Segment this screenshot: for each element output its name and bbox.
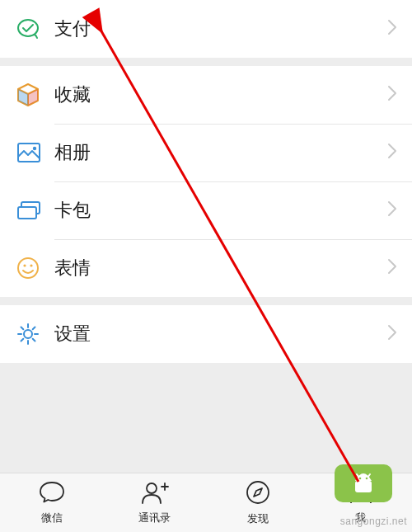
svg-rect-4	[18, 207, 36, 219]
compass-icon	[245, 479, 271, 509]
tab-label: 发现	[247, 511, 269, 526]
item-album[interactable]: 相册	[0, 124, 412, 181]
tab-chats[interactable]: 微信	[0, 473, 103, 532]
gear-icon	[16, 322, 54, 346]
item-label: 相册	[54, 140, 91, 165]
section-settings: 设置	[0, 305, 412, 363]
item-settings[interactable]: 设置	[0, 305, 412, 363]
item-cards[interactable]: 卡包	[0, 181, 412, 239]
item-label: 表情	[54, 256, 91, 280]
tab-label: 微信	[41, 511, 63, 525]
card-icon	[16, 200, 54, 220]
svg-point-25	[359, 478, 362, 480]
me-page: 支付 收藏	[0, 0, 412, 532]
pay-icon	[16, 16, 54, 41]
chevron-right-icon	[387, 85, 397, 105]
svg-point-6	[23, 264, 26, 266]
section-media: 收藏 相册	[0, 66, 412, 297]
svg-line-16	[21, 339, 24, 341]
item-label: 支付	[54, 16, 91, 41]
svg-rect-22	[355, 481, 372, 492]
person-add-icon	[141, 480, 169, 508]
svg-line-14	[33, 339, 35, 341]
item-favorites[interactable]: 收藏	[0, 66, 412, 124]
svg-point-20	[247, 482, 269, 503]
content-scroll: 支付 收藏	[0, 0, 412, 473]
tab-discover[interactable]: 发现	[206, 473, 309, 532]
svg-point-8	[24, 330, 32, 338]
cube-icon	[16, 82, 54, 107]
section-pay: 支付	[0, 0, 412, 58]
item-label: 设置	[54, 322, 91, 346]
chevron-right-icon	[387, 200, 397, 220]
svg-point-5	[18, 258, 38, 278]
chat-bubble-icon	[38, 480, 66, 508]
chevron-right-icon	[387, 19, 397, 39]
chevron-right-icon	[387, 143, 397, 162]
svg-point-2	[33, 147, 36, 150]
svg-line-24	[368, 474, 370, 478]
item-label: 卡包	[54, 198, 91, 223]
tab-label: 通讯录	[138, 511, 171, 525]
svg-point-0	[18, 20, 38, 36]
chevron-right-icon	[387, 258, 397, 278]
svg-point-7	[30, 264, 32, 266]
tab-label: 我	[355, 511, 366, 525]
svg-line-15	[33, 327, 35, 330]
item-pay[interactable]: 支付	[0, 0, 412, 58]
image-icon	[16, 142, 54, 163]
smile-icon	[16, 257, 54, 280]
android-badge	[335, 464, 392, 502]
item-label: 收藏	[54, 82, 91, 107]
svg-point-17	[147, 483, 157, 493]
chevron-right-icon	[387, 324, 397, 344]
svg-line-13	[21, 327, 24, 330]
svg-point-26	[366, 478, 368, 480]
svg-line-23	[357, 474, 359, 478]
item-stickers[interactable]: 表情	[0, 239, 412, 297]
tab-contacts[interactable]: 通讯录	[103, 473, 206, 532]
